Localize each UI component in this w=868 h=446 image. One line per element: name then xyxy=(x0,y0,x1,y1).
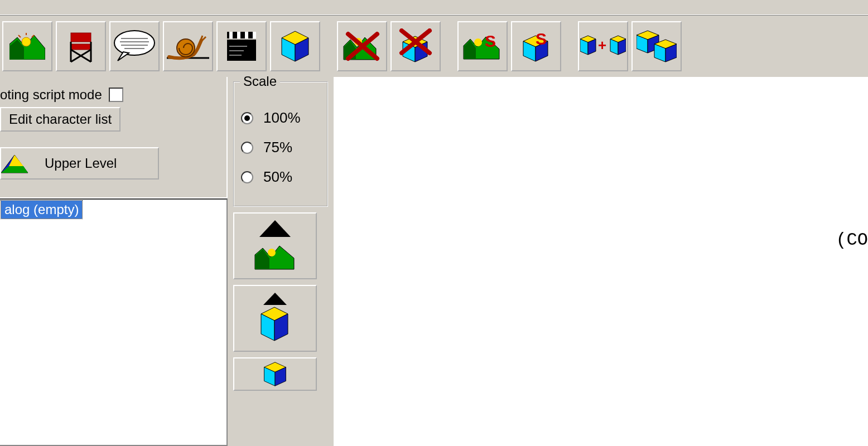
scale-option-100[interactable]: 100% xyxy=(241,109,320,127)
director-chair-icon xyxy=(65,30,97,63)
svg-rect-21 xyxy=(227,40,256,61)
upper-level-icon xyxy=(1,153,36,174)
scene-save-icon: S xyxy=(461,30,504,62)
cube-split-icon xyxy=(636,30,677,63)
svg-line-4 xyxy=(18,35,21,37)
tree-item-selected[interactable]: alog (empty) xyxy=(1,201,82,219)
scene-button[interactable] xyxy=(2,21,52,71)
snail-icon xyxy=(167,32,209,60)
main-toolbar: S S + xyxy=(0,16,868,77)
scene-delete-icon xyxy=(341,30,383,63)
delete-scene-button[interactable] xyxy=(337,21,387,71)
element-tree[interactable]: alog (empty) xyxy=(0,198,228,446)
edit-char-label: Edit character list xyxy=(9,112,112,127)
main-area: oting script mode Edit character list xyxy=(0,77,868,446)
merge-cubes-button[interactable]: + xyxy=(578,21,628,71)
scale-nav-panel: Scale 100% 75% 50% xyxy=(228,77,335,446)
svg-rect-7 xyxy=(71,44,91,50)
director-chair-button[interactable] xyxy=(56,21,106,71)
radio-icon xyxy=(241,142,253,154)
svg-rect-23 xyxy=(229,32,233,38)
shot-cube-button[interactable] xyxy=(270,21,320,71)
document-view[interactable]: (CO xyxy=(335,77,868,446)
svg-point-2 xyxy=(22,37,31,46)
scale-option-50[interactable]: 50% xyxy=(241,168,320,186)
save-scene-button[interactable]: S xyxy=(457,21,508,71)
edit-character-list-button[interactable]: Edit character list xyxy=(0,107,120,132)
left-panel: oting script mode Edit character list xyxy=(0,77,228,446)
scene-icon xyxy=(9,33,45,60)
svg-text:S: S xyxy=(485,32,496,50)
save-shot-button[interactable]: S xyxy=(511,21,561,71)
svg-point-70 xyxy=(268,249,276,256)
radio-icon xyxy=(241,112,253,124)
svg-text:+: + xyxy=(598,37,606,54)
svg-rect-25 xyxy=(245,32,248,38)
split-cube-button[interactable] xyxy=(631,21,682,71)
delete-shot-button[interactable] xyxy=(390,21,441,71)
cube-icon xyxy=(281,30,310,62)
nav-cube-up-button[interactable] xyxy=(233,285,317,352)
scale-groupbox: Scale 100% 75% 50% xyxy=(233,81,328,207)
document-text-fragment: (CO xyxy=(836,230,868,250)
cube-icon xyxy=(262,361,288,387)
cube-up-icon xyxy=(255,290,295,346)
scene-up-icon xyxy=(250,218,300,274)
cube-save-icon: S xyxy=(519,29,553,64)
svg-marker-67 xyxy=(259,220,291,237)
svg-rect-26 xyxy=(253,32,256,38)
radio-icon xyxy=(241,171,253,183)
svg-rect-24 xyxy=(237,32,240,38)
snail-button[interactable] xyxy=(163,21,213,71)
script-mode-label: oting script mode xyxy=(0,87,102,103)
scale-option-label: 75% xyxy=(263,139,292,156)
clapper-button[interactable] xyxy=(216,21,267,71)
svg-marker-69 xyxy=(255,249,269,269)
nav-cube-button[interactable] xyxy=(233,357,317,391)
dialog-bubble-button[interactable] xyxy=(109,21,160,71)
nav-scene-up-button[interactable] xyxy=(233,212,317,279)
svg-rect-6 xyxy=(71,33,91,42)
scale-option-label: 100% xyxy=(263,109,301,127)
svg-marker-71 xyxy=(263,293,287,305)
clapper-icon xyxy=(225,30,258,63)
speech-bubble-icon xyxy=(112,28,157,64)
upper-level-button[interactable]: Upper Level xyxy=(0,147,159,180)
scale-option-75[interactable]: 75% xyxy=(241,139,320,156)
svg-text:S: S xyxy=(536,30,547,48)
cube-merge-icon: + xyxy=(580,33,626,59)
script-mode-checkbox[interactable] xyxy=(109,88,123,102)
svg-point-45 xyxy=(474,38,482,46)
scale-option-label: 50% xyxy=(263,168,292,186)
svg-point-12 xyxy=(114,31,155,55)
menu-bar-strip xyxy=(0,0,868,16)
cube-delete-icon xyxy=(397,28,434,64)
scale-title: Scale xyxy=(240,74,280,89)
upper-level-label: Upper Level xyxy=(45,156,117,171)
